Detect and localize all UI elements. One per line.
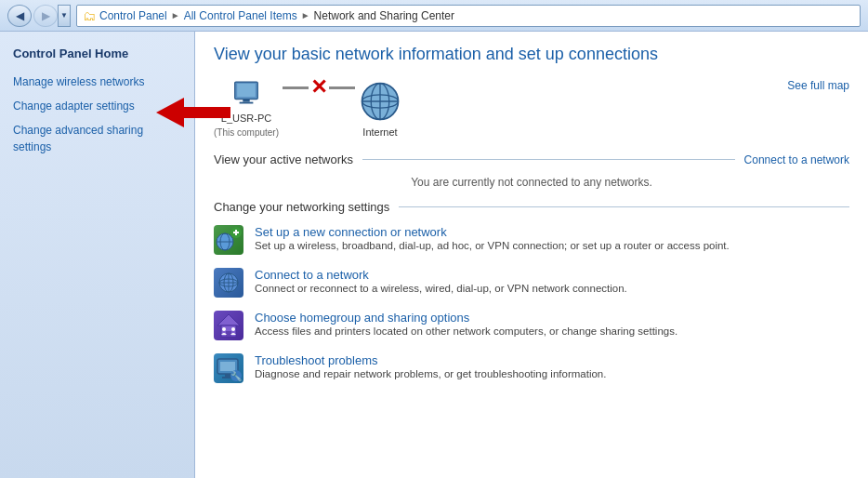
no-networks-text: You are currently not connected to any n… xyxy=(214,172,849,200)
settings-item-troubleshoot[interactable]: 🔧 Troubleshoot problems Diagnose and rep… xyxy=(214,353,849,383)
breadcrumb-control-panel[interactable]: Control Panel xyxy=(99,9,167,22)
new-connection-text: Set up a new connection or network Set u… xyxy=(255,225,849,251)
new-connection-link[interactable]: Set up a new connection or network xyxy=(255,225,849,239)
computer-sublabel: (This computer) xyxy=(214,127,279,138)
connection-line: ✕ xyxy=(283,79,355,98)
line-left xyxy=(283,86,309,89)
line-right xyxy=(329,86,355,89)
connect-to-network-link[interactable]: Connect to a network xyxy=(744,153,849,166)
breadcrumb-sep-2: ► xyxy=(301,10,310,20)
content-title: View your basic network information and … xyxy=(214,45,849,64)
pc-icon xyxy=(231,79,261,109)
troubleshoot-link[interactable]: Troubleshoot problems xyxy=(255,353,849,367)
sidebar-item-adapter-settings[interactable]: Change adapter settings xyxy=(0,94,194,118)
svg-rect-30 xyxy=(220,362,235,371)
nav-buttons: ◀ ▶ ▼ xyxy=(7,5,71,27)
active-networks-label: View your active networks xyxy=(214,153,353,166)
troubleshoot-icon: 🔧 xyxy=(214,353,243,383)
section-divider-2 xyxy=(399,206,849,207)
computer-node: L_USR-PC (This computer) xyxy=(214,79,279,138)
sidebar-title: Control Panel Home xyxy=(0,41,194,70)
network-diagram: L_USR-PC (This computer) ✕ xyxy=(214,79,849,138)
connect-network-text: Connect to a network Connect or reconnec… xyxy=(255,268,849,294)
network-diagram-container: See full map L_USR-PC (This computer) xyxy=(214,79,849,138)
connection-x-icon: ✕ xyxy=(310,77,327,98)
homegroup-text: Choose homegroup and sharing options Acc… xyxy=(255,311,849,337)
svg-point-26 xyxy=(222,327,226,331)
connect-network-desc: Connect or reconnect to a wireless, wire… xyxy=(255,283,849,294)
breadcrumb-all-items[interactable]: All Control Panel Items xyxy=(184,9,297,22)
troubleshoot-text: Troubleshoot problems Diagnose and repai… xyxy=(255,353,849,379)
sidebar-label-adapter-settings: Change adapter settings xyxy=(13,100,135,113)
svg-rect-3 xyxy=(240,102,254,104)
new-connection-desc: Set up a wireless, broadband, dial-up, a… xyxy=(255,240,849,251)
svg-rect-1 xyxy=(237,84,256,97)
settings-items-list: Set up a new connection or network Set u… xyxy=(214,225,849,383)
sidebar-label-advanced-sharing: Change advanced sharing settings xyxy=(13,124,143,153)
svg-rect-2 xyxy=(243,100,249,102)
nav-dropdown[interactable]: ▼ xyxy=(58,5,71,27)
main-container: Control Panel Home Manage wireless netwo… xyxy=(0,32,868,478)
connect-network-icon xyxy=(214,268,243,298)
sidebar-item-advanced-sharing[interactable]: Change advanced sharing settings xyxy=(0,118,194,159)
internet-node: Internet xyxy=(359,80,401,138)
computer-name: L_USR-PC xyxy=(221,113,271,124)
address-bar: ◀ ▶ ▼ 🗂 Control Panel ► All Control Pane… xyxy=(0,0,868,32)
svg-point-27 xyxy=(231,327,235,331)
change-settings-header: Change your networking settings xyxy=(214,200,849,214)
content-area: View your basic network information and … xyxy=(195,32,868,478)
folder-icon: 🗂 xyxy=(83,8,96,23)
homegroup-link[interactable]: Choose homegroup and sharing options xyxy=(255,311,849,325)
internet-label: Internet xyxy=(362,126,397,138)
homegroup-desc: Access files and printers located on oth… xyxy=(255,325,849,337)
breadcrumb-bar: 🗂 Control Panel ► All Control Panel Item… xyxy=(76,5,861,27)
homegroup-icon xyxy=(214,311,243,340)
breadcrumb-sep-1: ► xyxy=(171,10,180,20)
settings-item-homegroup[interactable]: Choose homegroup and sharing options Acc… xyxy=(214,311,849,340)
new-connection-icon xyxy=(214,225,243,255)
sidebar-item-manage-wireless[interactable]: Manage wireless networks xyxy=(0,70,194,94)
settings-item-connect-network[interactable]: Connect to a network Connect or reconnec… xyxy=(214,268,849,298)
breadcrumb-current: Network and Sharing Center xyxy=(314,9,454,22)
back-button[interactable]: ◀ xyxy=(7,5,32,27)
active-networks-header: View your active networks Connect to a n… xyxy=(214,153,849,166)
change-settings-label: Change your networking settings xyxy=(214,200,389,214)
forward-button[interactable]: ▶ xyxy=(33,5,58,27)
svg-marker-23 xyxy=(217,314,240,325)
settings-item-new-connection[interactable]: Set up a new connection or network Set u… xyxy=(214,225,849,255)
sidebar-label-manage-wireless: Manage wireless networks xyxy=(13,73,144,90)
connect-network-link[interactable]: Connect to a network xyxy=(255,268,849,282)
globe-icon xyxy=(359,80,401,123)
svg-rect-25 xyxy=(226,331,231,337)
troubleshoot-desc: Diagnose and repair network problems, or… xyxy=(255,368,849,379)
section-divider-1 xyxy=(362,159,735,160)
sidebar: Control Panel Home Manage wireless netwo… xyxy=(0,32,195,478)
svg-text:🔧: 🔧 xyxy=(230,370,243,382)
